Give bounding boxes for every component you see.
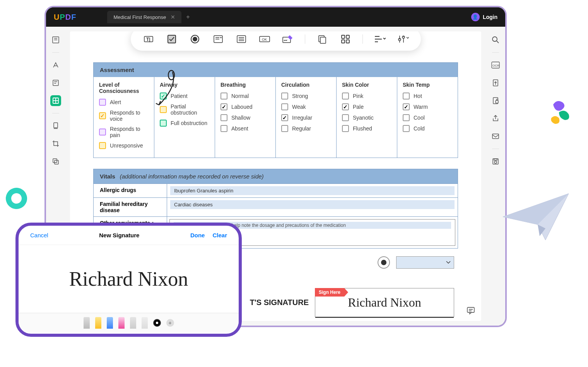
checkbox-label: Pale bbox=[353, 104, 364, 110]
protect-icon[interactable] bbox=[490, 95, 501, 106]
grid-tool[interactable] bbox=[339, 33, 352, 45]
signature-field[interactable]: Sign Here Richard Nixon bbox=[315, 288, 454, 317]
checkbox[interactable] bbox=[220, 103, 227, 110]
checkbox-row[interactable]: Full obstruction bbox=[160, 120, 209, 127]
add-tool-button[interactable]: + bbox=[166, 319, 174, 327]
share-icon[interactable] bbox=[490, 113, 501, 124]
comment-icon[interactable] bbox=[466, 306, 475, 315]
convert-icon[interactable] bbox=[490, 77, 501, 88]
checkbox[interactable] bbox=[160, 93, 167, 99]
ocr-icon[interactable]: OCR bbox=[490, 60, 501, 70]
checkbox-row[interactable]: Cool bbox=[403, 114, 452, 121]
checkbox[interactable] bbox=[220, 93, 227, 99]
checkbox[interactable] bbox=[281, 125, 288, 132]
radio-control[interactable] bbox=[378, 256, 390, 269]
document-tab[interactable]: Medical First Response ✕ bbox=[107, 11, 181, 23]
pen-highlighter[interactable] bbox=[95, 317, 101, 329]
checkbox-row[interactable]: Irregular bbox=[281, 114, 331, 121]
checkbox-row[interactable]: Hot bbox=[403, 93, 452, 99]
checkbox-row[interactable]: Alert bbox=[99, 99, 149, 106]
highlight-icon[interactable] bbox=[50, 60, 61, 70]
done-button[interactable]: Done bbox=[190, 232, 205, 238]
checkbox-row[interactable]: Warm bbox=[403, 103, 452, 110]
checkbox-label: Responds to pain bbox=[110, 126, 149, 138]
checkbox[interactable] bbox=[220, 125, 227, 132]
align-tool[interactable] bbox=[374, 33, 386, 45]
svg-rect-30 bbox=[342, 35, 345, 38]
hereditary-disease-input[interactable]: Cardiac diseases bbox=[170, 200, 455, 209]
dropdown-control[interactable] bbox=[396, 256, 454, 269]
pencil-tool[interactable] bbox=[130, 317, 136, 329]
close-tab-icon[interactable]: ✕ bbox=[171, 14, 175, 20]
checkbox-tool[interactable] bbox=[166, 33, 178, 45]
form-tool-icon[interactable] bbox=[50, 95, 61, 106]
checkbox-row[interactable]: Weak bbox=[281, 103, 331, 110]
checkbox-row[interactable]: Syanotic bbox=[342, 114, 391, 121]
checkbox[interactable] bbox=[403, 103, 410, 110]
checkbox[interactable] bbox=[403, 114, 410, 121]
checkbox-row[interactable]: Pink bbox=[342, 93, 391, 99]
email-icon[interactable] bbox=[490, 131, 501, 142]
pen-black[interactable] bbox=[84, 317, 90, 329]
assessment-column: BreathingNormalLabouedShallowAbsent bbox=[215, 77, 276, 158]
checkbox-row[interactable]: Responds to pain bbox=[99, 126, 149, 138]
checkbox[interactable] bbox=[281, 93, 288, 99]
login-button[interactable]: 👤 Login bbox=[471, 13, 497, 21]
checkbox-label: Cold bbox=[414, 125, 425, 132]
checkbox[interactable] bbox=[342, 103, 349, 110]
allergic-drugs-input[interactable]: Ibuprofen Granules aspirin bbox=[170, 186, 455, 195]
checkbox-row[interactable]: Shallow bbox=[220, 114, 270, 121]
checkbox-row[interactable]: Laboued bbox=[220, 103, 270, 110]
listbox-tool[interactable] bbox=[235, 33, 248, 45]
checkbox-row[interactable]: Patient bbox=[160, 93, 209, 99]
checkbox[interactable] bbox=[160, 106, 167, 113]
checkbox[interactable] bbox=[403, 93, 410, 99]
checkbox[interactable] bbox=[342, 93, 349, 99]
checkbox-row[interactable]: Unresponsive bbox=[99, 142, 149, 149]
checkbox[interactable] bbox=[220, 114, 227, 121]
cancel-button[interactable]: Cancel bbox=[30, 232, 48, 238]
checkbox[interactable] bbox=[99, 99, 106, 106]
checkbox-row[interactable]: Normal bbox=[220, 93, 270, 99]
save-icon[interactable] bbox=[490, 156, 501, 167]
color-picker[interactable] bbox=[153, 319, 161, 327]
clear-button[interactable]: Clear bbox=[212, 232, 227, 238]
checkbox-row[interactable]: Flushed bbox=[342, 125, 391, 132]
checkbox-row[interactable]: Pale bbox=[342, 103, 391, 110]
checkbox[interactable] bbox=[403, 125, 410, 132]
radio-tool[interactable] bbox=[189, 33, 201, 45]
checkbox-row[interactable]: Absent bbox=[220, 125, 270, 132]
pages-icon[interactable] bbox=[50, 120, 61, 131]
layers-icon[interactable] bbox=[50, 156, 61, 167]
vitals-header: Vitals(additional information maybe reco… bbox=[94, 169, 458, 184]
copy-tool[interactable] bbox=[316, 33, 328, 45]
checkbox[interactable] bbox=[160, 120, 167, 127]
dropdown-tool[interactable] bbox=[212, 33, 224, 45]
checkbox-row[interactable]: Cold bbox=[403, 125, 452, 132]
checkbox[interactable] bbox=[99, 129, 106, 135]
annotate-icon[interactable] bbox=[50, 77, 61, 88]
eraser-tool[interactable] bbox=[118, 317, 125, 329]
pen-blue[interactable] bbox=[107, 317, 113, 329]
checkbox[interactable] bbox=[99, 142, 106, 149]
thumbnails-icon[interactable] bbox=[50, 34, 61, 45]
add-tab-button[interactable]: + bbox=[186, 14, 190, 21]
text-field-tool[interactable]: T| bbox=[142, 33, 155, 45]
checkbox[interactable] bbox=[342, 125, 349, 132]
svg-rect-15 bbox=[168, 35, 176, 43]
checkbox-row[interactable]: Responds to voice bbox=[99, 110, 149, 122]
search-icon[interactable] bbox=[490, 34, 501, 45]
checkbox[interactable] bbox=[99, 112, 106, 119]
crop-icon[interactable] bbox=[50, 138, 61, 149]
ruler-tool[interactable] bbox=[142, 317, 148, 329]
button-tool[interactable]: OK bbox=[258, 33, 271, 45]
checkbox-row[interactable]: Partial obstruction bbox=[160, 103, 209, 116]
checkbox[interactable] bbox=[281, 103, 288, 110]
signature-tool[interactable] bbox=[282, 33, 294, 45]
signature-canvas[interactable]: Richard Nixon bbox=[19, 245, 239, 313]
checkbox-row[interactable]: Regular bbox=[281, 125, 331, 132]
tools-settings[interactable] bbox=[397, 33, 409, 45]
checkbox[interactable] bbox=[342, 114, 349, 121]
checkbox[interactable] bbox=[281, 114, 288, 121]
checkbox-row[interactable]: Strong bbox=[281, 93, 331, 99]
